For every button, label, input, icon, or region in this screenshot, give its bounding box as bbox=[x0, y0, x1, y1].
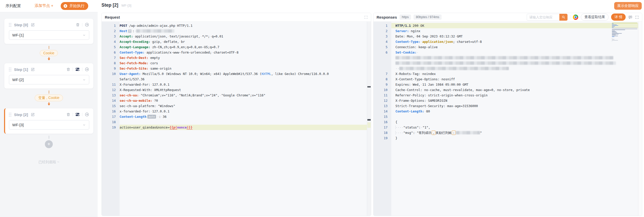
response-scrollbar[interactable] bbox=[638, 22, 642, 216]
edit-step-button[interactable] bbox=[31, 23, 35, 27]
redacted-text bbox=[395, 56, 613, 59]
redacted-text bbox=[395, 61, 616, 65]
code-line: 3Date:·Mon,·04·Sep·2023·03:12:32·GMT bbox=[373, 34, 638, 39]
chevron-down-icon bbox=[82, 33, 86, 37]
line-number: 11 bbox=[102, 82, 120, 87]
delete-step-button[interactable] bbox=[66, 67, 70, 71]
line-number: 17 bbox=[373, 125, 391, 130]
add-step-button[interactable]: + bbox=[45, 140, 53, 148]
request-code-editor[interactable]: 1POST·/wp-admin/admin-ajax.php·HTTP/1.12… bbox=[102, 22, 371, 216]
code-line: 10User-Agent:·Mozilla/5.0·(Windows·NT·10… bbox=[102, 71, 367, 76]
redacted-text bbox=[456, 131, 480, 134]
code-line: 7X-Robots-Tag:·noindex bbox=[373, 71, 638, 76]
run-step-button[interactable] bbox=[85, 67, 89, 72]
sequence-sidebar: Step [0]WF-[1]CookieStep [1]WF-[2]变量 , C… bbox=[0, 12, 98, 217]
run-step-button[interactable] bbox=[85, 112, 89, 117]
edit-step-button[interactable] bbox=[31, 67, 35, 72]
steps-column: Step [0]WF-[1]CookieStep [1]WF-[2]变量 , C… bbox=[0, 18, 98, 164]
line-number: 18 bbox=[373, 130, 391, 135]
step-title: Step [2] bbox=[101, 3, 118, 8]
drag-handle-icon[interactable] bbox=[9, 68, 11, 71]
workflow-select[interactable]: WF-[2] bbox=[9, 75, 89, 84]
line-number: 4 bbox=[373, 39, 391, 44]
add-node-button[interactable]: 添加节点 + bbox=[35, 3, 53, 8]
code-line: 10Cache-Control:·no-cache,·must-revalida… bbox=[373, 87, 638, 93]
line-number: 11 bbox=[373, 93, 391, 98]
fullscreen-icon bbox=[635, 15, 639, 19]
responses-panel-header: Responses https 80bytes / 974ms 查看提取结果 详… bbox=[373, 13, 642, 21]
step-label: Step [1] bbox=[14, 67, 28, 72]
code-line: 9Expires:·Wed,·11·Jan·1984·05:00:00·GMT bbox=[373, 82, 638, 87]
run-step-icon bbox=[85, 22, 89, 27]
responses-fullscreen-button[interactable] bbox=[635, 15, 639, 19]
show-all-responses-button[interactable]: 展示全部响应 bbox=[614, 2, 642, 10]
chevron-down-icon bbox=[82, 78, 86, 82]
code-line: 11Referrer-Policy:·strict-origin-when-cr… bbox=[373, 93, 638, 98]
detail-button[interactable]: 详 情 bbox=[611, 14, 626, 21]
run-button-label: 开始执行 bbox=[69, 4, 85, 8]
trash-icon bbox=[76, 23, 80, 27]
view-extract-result-button[interactable]: 查看提取结果 bbox=[581, 14, 609, 21]
variables-toggle-button[interactable] bbox=[75, 67, 80, 71]
request-fullscreen-button[interactable] bbox=[364, 15, 368, 19]
trash-icon bbox=[66, 112, 70, 117]
end-of-list-text: 已经到底啦 ~ bbox=[0, 160, 98, 164]
host-hint-badge: ? bbox=[128, 29, 132, 33]
code-line: 11X-Forwarded-For:·127.0.0.1 bbox=[102, 82, 367, 87]
request-title: Request bbox=[105, 15, 120, 19]
line-number: 15 bbox=[102, 103, 120, 109]
line-number: 3 bbox=[102, 34, 120, 39]
code-line: 18····"msg":·"签到成功，奖励已到账：" bbox=[373, 130, 638, 135]
line-number bbox=[373, 60, 391, 66]
minimap[interactable] bbox=[612, 23, 638, 42]
chrome-icon[interactable] bbox=[573, 15, 578, 20]
sequence-tool-app: 序列配置 添加节点 + 开始执行 Step [2] WF-[3] 展示全部响应 … bbox=[0, 0, 644, 217]
line-number: 2 bbox=[102, 28, 120, 34]
comment-button[interactable] bbox=[628, 15, 633, 19]
code-line: 15sec-ch-ua-platform:·"Windows" bbox=[102, 103, 367, 109]
line-number: 1 bbox=[102, 23, 120, 28]
line-number: 16 bbox=[102, 109, 120, 114]
variables-toggle-button[interactable] bbox=[75, 112, 80, 117]
workflow-select[interactable]: WF-[1] bbox=[9, 30, 89, 40]
search-button[interactable] bbox=[559, 14, 568, 21]
line-number: 19 bbox=[373, 135, 391, 141]
line-number bbox=[373, 55, 391, 60]
code-line: 17····"status":·"1", bbox=[373, 125, 638, 130]
step-connector: 变量 , Cookie bbox=[0, 89, 98, 108]
delete-step-button[interactable] bbox=[66, 112, 70, 117]
code-line: 15 bbox=[373, 114, 638, 119]
step-card: Step [1]WF-[2] bbox=[4, 63, 94, 89]
run-button[interactable]: 开始执行 bbox=[61, 2, 88, 10]
locate-response-input[interactable] bbox=[527, 14, 559, 21]
step-label: Step [0] bbox=[14, 23, 28, 27]
step-label: Step [2] bbox=[14, 112, 28, 117]
variables-toggle-icon bbox=[75, 67, 80, 71]
code-line bbox=[373, 60, 638, 66]
code-line: 2Server:·nginx bbox=[373, 28, 638, 34]
drag-handle-icon[interactable] bbox=[9, 23, 11, 27]
request-scrollbar[interactable] bbox=[367, 22, 371, 216]
line-number: 7 bbox=[102, 55, 120, 60]
run-step-button[interactable] bbox=[85, 22, 89, 27]
search-icon bbox=[562, 15, 565, 19]
line-number bbox=[102, 76, 120, 82]
code-line: 4Accept-Encoding:·gzip,·deflate,·br bbox=[102, 39, 367, 44]
step-card: Step [2]WF-[3] bbox=[4, 108, 94, 134]
edit-step-button[interactable] bbox=[31, 112, 35, 117]
workflow-select[interactable]: WF-[3] bbox=[9, 120, 89, 130]
play-icon bbox=[63, 4, 68, 8]
line-number: 18 bbox=[102, 119, 120, 125]
scrollbar-thumb[interactable] bbox=[367, 119, 371, 121]
code-line: 16{ bbox=[373, 119, 638, 125]
drag-handle-icon[interactable] bbox=[9, 113, 11, 117]
line-number: 16 bbox=[373, 119, 391, 125]
line-number: 10 bbox=[373, 87, 391, 93]
edit-icon bbox=[31, 112, 35, 117]
response-code-editor[interactable]: 1HTTP/1.1·200·OK2Server:·nginx3Date:·Mon… bbox=[373, 22, 642, 216]
delete-step-button[interactable] bbox=[76, 23, 80, 27]
line-number: 5 bbox=[102, 44, 120, 50]
size-time-badge: 80bytes / 974ms bbox=[414, 15, 442, 20]
trash-icon bbox=[66, 67, 70, 71]
scrollbar-mark bbox=[367, 86, 371, 87]
